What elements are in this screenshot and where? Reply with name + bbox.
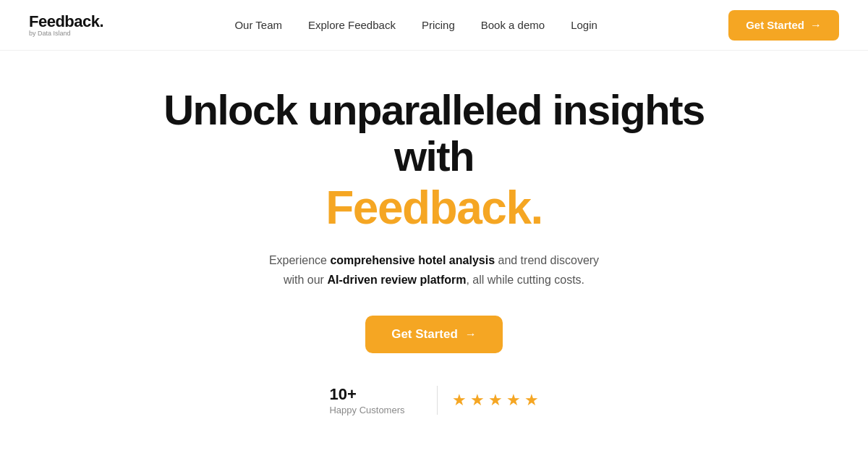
- hero-subtitle-bold2: AI-driven review platform: [327, 274, 466, 286]
- logo-subtitle: by Data Island: [29, 30, 103, 37]
- customers-label: Happy Customers: [329, 405, 404, 415]
- nav-cta-label: Get Started: [746, 19, 804, 31]
- nav-links: Our Team Explore Feedback Pricing Book a…: [234, 19, 597, 32]
- hero-cta-label: Get Started: [391, 327, 458, 342]
- logo-text: Feedback.: [29, 14, 103, 30]
- navbar: Feedback. by Data Island Our Team Explor…: [0, 0, 868, 51]
- stars-block: ★ ★ ★ ★ ★: [452, 391, 539, 410]
- nav-item-book-demo[interactable]: Book a demo: [481, 19, 545, 32]
- star-3: ★: [488, 391, 503, 410]
- hero-cta-arrow-icon: →: [465, 328, 477, 341]
- nav-item-pricing[interactable]: Pricing: [422, 19, 455, 32]
- nav-link-explore-feedback[interactable]: Explore Feedback: [308, 19, 396, 31]
- social-proof: 10+ Happy Customers ★ ★ ★ ★ ★: [329, 385, 538, 415]
- hero-subtitle-bold1: comprehensive hotel analysis: [330, 254, 495, 266]
- social-proof-divider: [437, 386, 438, 415]
- nav-get-started-button[interactable]: Get Started →: [728, 10, 839, 41]
- star-2: ★: [470, 391, 485, 410]
- star-1: ★: [452, 391, 467, 410]
- hero-title-highlight: Feedback.: [145, 182, 723, 233]
- logo[interactable]: Feedback. by Data Island: [29, 14, 103, 37]
- star-5: ★: [524, 391, 539, 410]
- nav-item-our-team[interactable]: Our Team: [234, 19, 282, 32]
- hero-section: Unlock unparalleled insights with Feedba…: [0, 51, 868, 437]
- hero-title-line1: Unlock unparalleled insights with: [163, 86, 705, 180]
- hero-subtitle-part1: Experience: [269, 254, 331, 266]
- nav-link-book-demo[interactable]: Book a demo: [481, 19, 545, 31]
- hero-subtitle: Experience comprehensive hotel analysis …: [268, 250, 600, 290]
- hero-subtitle-part3: , all while cutting costs.: [466, 274, 584, 286]
- customers-block: 10+ Happy Customers: [329, 385, 422, 415]
- nav-cta-arrow-icon: →: [810, 19, 822, 32]
- nav-item-explore-feedback[interactable]: Explore Feedback: [308, 19, 396, 32]
- hero-title: Unlock unparalleled insights with Feedba…: [145, 87, 723, 233]
- nav-link-our-team[interactable]: Our Team: [234, 19, 282, 31]
- nav-link-login[interactable]: Login: [571, 19, 597, 31]
- nav-link-pricing[interactable]: Pricing: [422, 19, 455, 31]
- star-4: ★: [506, 391, 521, 410]
- hero-get-started-button[interactable]: Get Started →: [365, 316, 503, 353]
- customers-count: 10+: [329, 385, 356, 404]
- nav-item-login[interactable]: Login: [571, 19, 597, 32]
